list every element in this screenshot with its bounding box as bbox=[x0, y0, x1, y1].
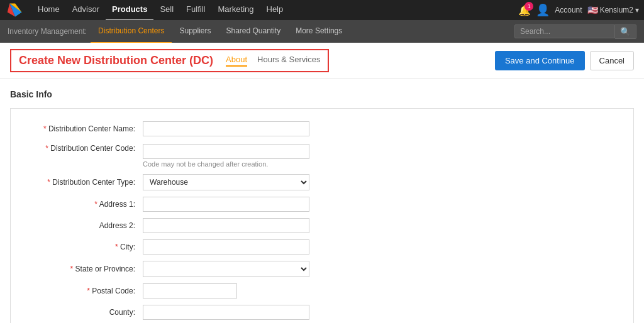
content-area: Basic Info Distribution Center Name: Dis… bbox=[0, 79, 644, 323]
page-tabs: About Hours & Services bbox=[226, 55, 320, 67]
field-state: State or Province: bbox=[23, 261, 621, 277]
nav-advisor[interactable]: Advisor bbox=[66, 0, 106, 21]
section-title: Basic Info bbox=[10, 89, 634, 99]
nav-fulfill[interactable]: Fulfill bbox=[180, 0, 211, 21]
user-icon[interactable]: 👤 bbox=[536, 3, 550, 17]
label-county: County: bbox=[23, 308, 143, 317]
top-nav-links: Home Advisor Products Sell Fulfill Marke… bbox=[31, 0, 518, 21]
dc-code-hint: Code may not be changed after creation. bbox=[143, 160, 309, 168]
search-bar: 🔍 bbox=[514, 25, 636, 39]
tab-hours-services[interactable]: Hours & Services bbox=[257, 55, 320, 67]
input-postal[interactable] bbox=[143, 283, 237, 298]
sub-nav: Inventory Management: Distribution Cente… bbox=[0, 20, 644, 43]
nav-products[interactable]: Products bbox=[106, 0, 153, 21]
input-dc-name[interactable] bbox=[143, 121, 309, 136]
field-address1: Address 1: bbox=[23, 197, 621, 212]
dc-code-group: Code may not be changed after creation. bbox=[143, 144, 309, 168]
nav-marketing[interactable]: Marketing bbox=[211, 0, 260, 21]
input-county[interactable] bbox=[143, 305, 309, 320]
nav-home[interactable]: Home bbox=[31, 0, 66, 21]
field-dc-type: Distribution Center Type: Warehouse bbox=[23, 174, 621, 190]
search-button[interactable]: 🔍 bbox=[615, 25, 636, 39]
field-address2: Address 2: bbox=[23, 218, 621, 233]
page-title: Create New Distribution Center (DC) bbox=[19, 54, 213, 67]
subnav-more-settings[interactable]: More Settings bbox=[288, 19, 350, 43]
kensium-label: 🇺🇸 Kensium2 ▾ bbox=[587, 5, 639, 15]
tab-about[interactable]: About bbox=[226, 55, 247, 67]
account-label: Account bbox=[555, 6, 582, 14]
label-dc-name: Distribution Center Name: bbox=[23, 124, 143, 133]
page-title-area: Create New Distribution Center (DC) Abou… bbox=[10, 49, 329, 72]
app-container: Home Advisor Products Sell Fulfill Marke… bbox=[0, 0, 644, 323]
notification-bell[interactable]: 🔔 1 bbox=[518, 4, 531, 16]
nav-sell[interactable]: Sell bbox=[153, 0, 180, 21]
subnav-suppliers[interactable]: Suppliers bbox=[172, 19, 218, 43]
save-continue-button[interactable]: Save and Continue bbox=[495, 51, 585, 70]
field-city: City: bbox=[23, 239, 621, 255]
notification-badge: 1 bbox=[525, 2, 533, 11]
top-nav-right: 🔔 1 👤 Account 🇺🇸 Kensium2 ▾ bbox=[518, 3, 639, 17]
select-dc-type[interactable]: Warehouse bbox=[143, 174, 309, 190]
top-nav: Home Advisor Products Sell Fulfill Marke… bbox=[0, 0, 644, 20]
input-dc-code[interactable] bbox=[143, 144, 309, 159]
label-dc-type: Distribution Center Type: bbox=[23, 178, 143, 187]
field-dc-name: Distribution Center Name: bbox=[23, 121, 621, 136]
field-postal: Postal Code: bbox=[23, 283, 621, 298]
input-city[interactable] bbox=[143, 239, 309, 255]
label-dc-code: Distribution Center Code: bbox=[23, 144, 143, 153]
label-state: State or Province: bbox=[23, 265, 143, 273]
form-panel: Distribution Center Name: Distribution C… bbox=[10, 108, 634, 323]
label-address2: Address 2: bbox=[23, 221, 143, 230]
label-postal: Postal Code: bbox=[23, 287, 143, 295]
page-header: Create New Distribution Center (DC) Abou… bbox=[0, 43, 644, 79]
flag-icon: 🇺🇸 bbox=[587, 5, 598, 15]
field-county: County: bbox=[23, 305, 621, 320]
logo-icon bbox=[5, 1, 25, 19]
input-address1[interactable] bbox=[143, 197, 309, 212]
inventory-label: Inventory Management: bbox=[8, 27, 87, 36]
sub-nav-links: Distribution Centers Suppliers Shared Qu… bbox=[91, 19, 350, 43]
search-input[interactable] bbox=[514, 25, 615, 38]
input-address2[interactable] bbox=[143, 218, 309, 233]
field-dc-code: Distribution Center Code: Code may not b… bbox=[23, 143, 621, 168]
label-city: City: bbox=[23, 243, 143, 251]
page-header-actions: Save and Continue Cancel bbox=[495, 51, 634, 70]
nav-help[interactable]: Help bbox=[260, 0, 290, 21]
select-state[interactable] bbox=[143, 261, 309, 277]
cancel-button[interactable]: Cancel bbox=[590, 51, 634, 70]
subnav-shared-quantity[interactable]: Shared Quantity bbox=[218, 19, 288, 43]
label-address1: Address 1: bbox=[23, 200, 143, 209]
subnav-distribution-centers[interactable]: Distribution Centers bbox=[91, 19, 172, 43]
